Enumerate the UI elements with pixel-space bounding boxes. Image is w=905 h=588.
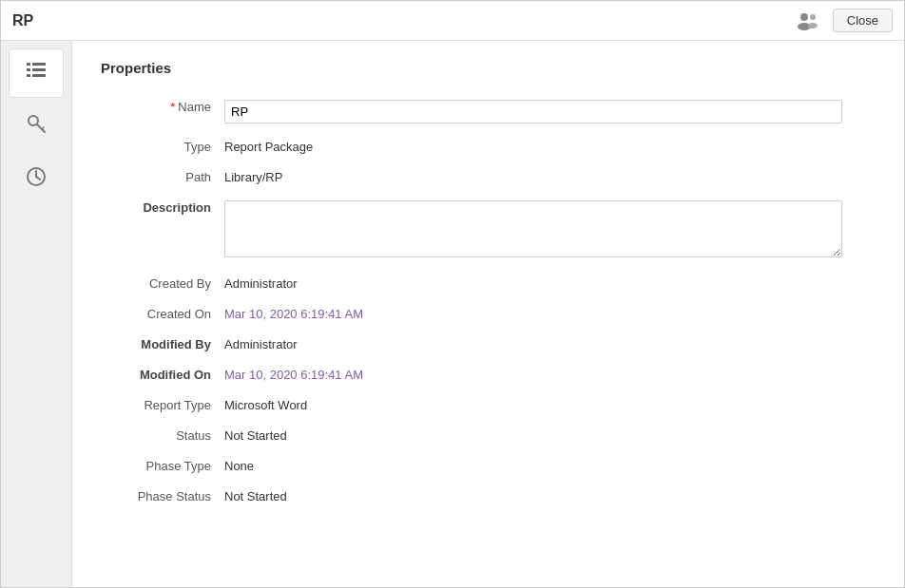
created-on-label: Created On [101,302,224,321]
user-group-icon [796,10,820,31]
svg-rect-5 [32,63,46,66]
name-label: *Name [101,95,224,114]
status-value: Not Started [224,424,842,443]
user-icon-button[interactable] [793,6,823,36]
description-textarea[interactable] [224,200,842,257]
svg-rect-7 [32,68,46,71]
type-row: Type Report Package [101,135,842,154]
path-row: Path Library/RP [101,165,842,184]
svg-rect-9 [32,74,46,77]
svg-point-2 [810,14,816,20]
name-input[interactable] [224,100,842,123]
svg-point-3 [808,23,818,28]
name-field-container [224,95,842,123]
description-row: Description [101,196,842,260]
sidebar [1,41,72,587]
svg-rect-6 [27,68,30,71]
title-bar-actions: Close [793,6,893,36]
created-on-value: Mar 10, 2020 6:19:41 AM [224,302,842,321]
modified-on-row: Modified On Mar 10, 2020 6:19:41 AM [101,363,842,382]
sidebar-item-properties[interactable] [9,48,64,98]
description-field-container [224,196,842,260]
sidebar-item-schedule[interactable] [9,155,64,204]
phase-type-label: Phase Type [101,454,224,473]
app-window: RP Close [0,0,905,588]
phase-type-value: None [224,454,842,473]
created-on-row: Created On Mar 10, 2020 6:19:41 AM [101,302,842,321]
svg-line-15 [36,177,40,180]
phase-status-value: Not Started [224,484,842,503]
modified-by-value: Administrator [224,332,842,351]
phase-status-row: Phase Status Not Started [101,484,842,503]
created-by-row: Created By Administrator [101,272,842,291]
svg-rect-8 [27,74,30,77]
modified-by-row: Modified By Administrator [101,332,842,351]
created-by-label: Created By [101,272,224,291]
title-bar: RP Close [1,1,904,41]
path-value: Library/RP [224,165,842,184]
clock-icon [24,164,48,195]
main-area: Properties *Name Type Report Package [1,41,904,587]
section-title: Properties [101,60,876,76]
phase-type-row: Phase Type None [101,454,842,473]
description-label: Description [101,196,224,215]
report-type-label: Report Type [101,393,224,412]
type-label: Type [101,135,224,154]
list-icon [24,58,48,88]
close-button[interactable]: Close [833,9,893,32]
svg-line-12 [42,127,44,129]
report-type-value: Microsoft Word [224,393,842,412]
modified-on-value: Mar 10, 2020 6:19:41 AM [224,363,842,382]
sidebar-item-keys[interactable] [9,102,64,151]
content-area: Properties *Name Type Report Package [72,41,904,587]
window-title: RP [12,12,33,29]
phase-status-label: Phase Status [101,484,224,503]
required-star: * [170,100,175,114]
properties-form: *Name Type Report Package Path Library/R… [101,95,842,503]
path-label: Path [101,165,224,184]
modified-on-label: Modified On [101,363,224,382]
created-by-value: Administrator [224,272,842,291]
key-icon [24,111,48,142]
svg-rect-4 [27,63,30,66]
type-value: Report Package [224,135,842,154]
modified-by-label: Modified By [101,332,224,351]
status-label: Status [101,424,224,443]
svg-point-0 [800,13,808,21]
status-row: Status Not Started [101,424,842,443]
report-type-row: Report Type Microsoft Word [101,393,842,412]
name-row: *Name [101,95,842,123]
